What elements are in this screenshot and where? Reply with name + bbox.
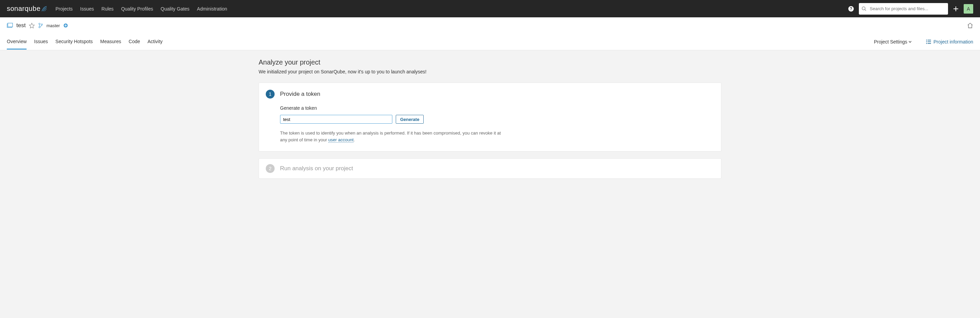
project-information-link[interactable]: Project information [926,39,973,44]
nav-administration[interactable]: Administration [197,6,227,11]
step-2-header: 2 Run analysis on your project [266,164,714,173]
token-help-prefix: The token is used to identify you when a… [280,130,501,142]
svg-line-3 [865,9,866,11]
branch-name[interactable]: master [46,23,60,28]
svg-point-10 [41,24,43,25]
project-header: test master Overview Issues Security Hot… [0,17,980,50]
logo-waves-icon [41,6,47,12]
content: Analyze your project We initialized your… [252,50,728,194]
home-icon[interactable] [967,22,973,28]
project-tabs: Overview Issues Security Hotspots Measur… [7,34,973,50]
tab-security-hotspots[interactable]: Security Hotspots [56,34,93,50]
nav-rules[interactable]: Rules [102,6,114,11]
project-row-1: test master [7,17,973,34]
logo-text: sonarqube [7,5,40,13]
page-subtitle: We initialized your project on SonarQube… [259,69,721,74]
generate-token-label: Generate a token [280,105,714,111]
svg-point-16 [926,41,927,43]
step-1-number: 1 [266,90,275,98]
generate-button[interactable]: Generate [396,115,424,124]
search-input[interactable] [859,3,948,14]
star-icon[interactable] [29,23,35,28]
search-wrap [859,3,948,14]
svg-point-14 [926,40,927,41]
step-1-header: 1 Provide a token [266,90,714,98]
step-1-card: 1 Provide a token Generate a token Gener… [259,82,721,152]
nav-issues[interactable]: Issues [80,6,94,11]
avatar[interactable]: A [964,4,973,14]
project-settings-label: Project Settings [874,39,907,44]
help-icon[interactable]: ? [848,6,854,12]
step-1-body: Generate a token Generate The token is u… [266,105,714,143]
project-information-label: Project information [933,39,973,44]
step-2-card: 2 Run analysis on your project [259,158,721,179]
tab-activity[interactable]: Activity [147,34,162,50]
token-help-text: The token is used to identify you when a… [280,130,501,143]
token-help-suffix: . [353,137,355,142]
svg-text:?: ? [850,6,852,11]
branch-icon [38,23,43,28]
add-branch-icon[interactable] [63,23,68,28]
step-1-title: Provide a token [280,91,320,98]
topbar: sonarqube Projects Issues Rules Quality … [0,0,980,17]
nav-projects[interactable]: Projects [56,6,73,11]
plus-icon[interactable] [953,6,959,12]
svg-point-2 [862,7,865,10]
top-nav: Projects Issues Rules Quality Profiles Q… [56,6,848,11]
token-name-input[interactable] [280,115,392,124]
topbar-right: ? A [848,3,973,14]
logo[interactable]: sonarqube [7,5,47,13]
caret-down-icon [908,41,912,43]
tab-issues[interactable]: Issues [34,34,48,50]
search-icon [862,6,867,11]
tab-measures[interactable]: Measures [100,34,121,50]
step-2-title: Run analysis on your project [280,165,353,172]
list-icon [926,40,931,44]
svg-point-18 [926,43,927,44]
step-2-number: 2 [266,164,275,173]
generate-row: Generate [280,115,714,124]
project-icon [7,23,13,28]
nav-quality-gates[interactable]: Quality Gates [161,6,189,11]
nav-quality-profiles[interactable]: Quality Profiles [121,6,153,11]
project-name: test [16,22,25,29]
svg-point-9 [39,27,40,28]
svg-rect-7 [8,23,13,27]
user-account-link[interactable]: user account [328,137,353,143]
project-settings-dropdown[interactable]: Project Settings [874,39,912,44]
tab-overview[interactable]: Overview [7,34,27,50]
svg-point-8 [39,23,40,24]
page-title: Analyze your project [259,59,721,66]
tab-code[interactable]: Code [129,34,140,50]
